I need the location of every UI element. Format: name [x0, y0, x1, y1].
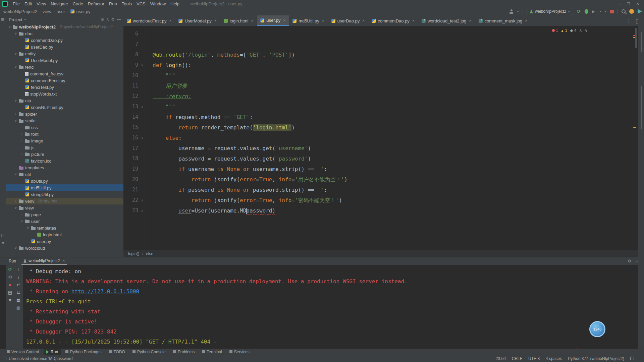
- lock-icon[interactable]: [630, 357, 634, 360]
- close-icon[interactable]: ×: [283, 18, 285, 23]
- tree-item[interactable]: stringUtil.py: [6, 191, 123, 198]
- console-icon[interactable]: ▤: [8, 290, 12, 295]
- code-line[interactable]: 18 password = request.values.get('passwo…: [123, 154, 638, 164]
- breadcrumb-item[interactable]: user.py: [76, 9, 91, 14]
- indent-style[interactable]: 4 spaces: [546, 356, 562, 361]
- tree-item[interactable]: ∨nlp: [6, 97, 123, 104]
- caret-position[interactable]: 23:50: [496, 356, 506, 361]
- code-line[interactable]: 8@ub.route('/login', methods=['GET', 'PO…: [123, 50, 638, 60]
- menu-refactor[interactable]: Refactor: [86, 1, 107, 6]
- tree-item[interactable]: ∨static: [6, 117, 123, 124]
- tree-item[interactable]: snowNLPTest.py: [6, 104, 123, 111]
- profiler-button[interactable]: ◔: [599, 9, 601, 14]
- run-tab[interactable]: weiboNlpProject2 ×: [21, 257, 67, 265]
- editor-breadcrumb-item[interactable]: login(): [128, 251, 139, 256]
- close-icon[interactable]: ×: [322, 18, 324, 23]
- editor-tab[interactable]: commentDao.py×: [368, 15, 418, 26]
- tree-item[interactable]: ∨templates: [6, 225, 123, 231]
- tree-item[interactable]: favicon.ico: [6, 158, 123, 164]
- tool-window-button-python-console[interactable]: Python Console: [130, 349, 168, 355]
- stop-button[interactable]: [610, 10, 614, 13]
- tree-item[interactable]: ›font: [6, 131, 123, 137]
- tree-item[interactable]: md5Util.py: [6, 184, 123, 191]
- user-icon[interactable]: [509, 9, 514, 14]
- tree-item[interactable]: ›image: [6, 137, 123, 144]
- tree-item[interactable]: commentDao.py: [6, 37, 123, 44]
- run-configuration-select[interactable]: weiboNlpProject2 ▾: [527, 8, 573, 15]
- up-stack-icon[interactable]: ↑: [17, 267, 20, 272]
- tree-item[interactable]: ›spider: [6, 111, 123, 117]
- editor-tab[interactable]: md5Util.py×: [289, 15, 328, 26]
- code-line[interactable]: 16∨ else:: [123, 133, 638, 143]
- code-line[interactable]: 14 if request.method == 'GET':: [123, 112, 638, 122]
- code-line[interactable]: 22∧ return jsonify(error=True, info='密码不…: [123, 195, 638, 205]
- editor-tab[interactable]: login.html×: [220, 15, 257, 26]
- structure-tool-icon[interactable]: ▢: [1, 233, 4, 237]
- hide-icon[interactable]: —: [117, 17, 121, 22]
- file-encoding[interactable]: UTF-8: [528, 356, 540, 361]
- close-icon[interactable]: ✕: [636, 2, 639, 6]
- right-tool-tab[interactable]: [641, 32, 642, 52]
- tree-item[interactable]: userDao.py: [6, 44, 123, 50]
- tree-item[interactable]: login.html: [6, 231, 123, 238]
- minimize-icon[interactable]: —: [617, 2, 621, 6]
- play-icon[interactable]: [638, 9, 642, 14]
- tree-item[interactable]: ›js: [6, 144, 123, 151]
- gear-icon[interactable]: ⚙: [111, 17, 115, 22]
- tool-window-button-terminal[interactable]: Terminal: [199, 349, 224, 355]
- chevron-down-icon[interactable]: ▾: [24, 18, 26, 21]
- editor-tab[interactable]: comment_mask.jpg×: [475, 15, 531, 26]
- next-issue-icon[interactable]: ∨: [585, 28, 588, 33]
- editor-tab[interactable]: wordcloud_test2.jpg×: [418, 15, 475, 26]
- menu-edit[interactable]: Edit: [22, 1, 34, 6]
- tool-window-button-problems[interactable]: Problems: [170, 349, 198, 355]
- menu-view[interactable]: View: [34, 1, 48, 6]
- tree-item[interactable]: ›page: [6, 211, 123, 218]
- tool-window-button-version-control[interactable]: Version Control: [4, 349, 42, 355]
- tool-window-button-services[interactable]: Services: [227, 349, 252, 355]
- plugin-icon[interactable]: [629, 9, 634, 14]
- project-tool-icon[interactable]: ▦: [1, 17, 4, 21]
- gear-icon[interactable]: ⚙: [628, 259, 631, 263]
- close-icon[interactable]: ×: [469, 18, 472, 23]
- more-icon[interactable]: ⋮: [626, 18, 632, 24]
- run-console-output[interactable]: * Debug mode: onWARNING: This is a devel…: [26, 266, 641, 349]
- code-line[interactable]: 15 return render_template('login.html'): [123, 122, 638, 133]
- menu-navigate[interactable]: Navigate: [48, 1, 70, 6]
- right-tool-tab[interactable]: [641, 86, 642, 129]
- tree-item[interactable]: ›venvlibrary root: [6, 198, 123, 204]
- menu-code[interactable]: Code: [70, 1, 86, 6]
- chevron-down-icon[interactable]: ▾: [517, 10, 519, 13]
- code-line[interactable]: 23∧ user=User(username,MDpassword): [123, 205, 638, 216]
- editor-tab[interactable]: UserModel.py×: [175, 15, 220, 26]
- down-stack-icon[interactable]: ↓: [17, 275, 20, 280]
- tree-item[interactable]: user.py: [6, 238, 123, 245]
- editor-tab[interactable]: user.py×: [257, 15, 289, 26]
- tree-item[interactable]: ∨view: [6, 204, 123, 211]
- tree-item[interactable]: ›css: [6, 124, 123, 131]
- tree-item[interactable]: ›picture: [6, 151, 123, 158]
- code-line[interactable]: 10 """: [123, 70, 638, 81]
- code-line[interactable]: 17 username = request.values.get('userna…: [123, 143, 638, 154]
- prev-issue-icon[interactable]: ∧: [579, 28, 582, 33]
- breadcrumb-item[interactable]: user: [57, 9, 65, 14]
- stop-icon[interactable]: ■: [9, 283, 11, 287]
- menu-window[interactable]: Window: [148, 1, 168, 6]
- tool-window-button-run[interactable]: Run: [44, 349, 61, 355]
- coverage-button[interactable]: ▶: [592, 9, 595, 14]
- code-line[interactable]: 11 用户登录: [123, 81, 638, 91]
- collapse-all-icon[interactable]: ⊼: [106, 17, 109, 22]
- editor-breadcrumb-item[interactable]: else: [146, 251, 153, 256]
- tree-item[interactable]: ∨dao: [6, 30, 123, 37]
- pin-icon[interactable]: ▼: [8, 298, 12, 303]
- menu-file[interactable]: File: [10, 1, 22, 6]
- tree-item[interactable]: templates: [6, 164, 123, 171]
- tree-item[interactable]: ∨weiboNlpProject2D:\pycharm\weiboNlpProj…: [6, 23, 123, 30]
- breadcrumb-item[interactable]: view: [43, 9, 51, 14]
- chevron-down-icon[interactable]: ▾: [605, 10, 606, 13]
- code-line[interactable]: 21 if password is None or password.strip…: [123, 185, 638, 195]
- python-interpreter[interactable]: Python 3.11 (weiboNlpProject2): [568, 356, 624, 361]
- bookmark-icon[interactable]: ⚑: [1, 241, 4, 245]
- tool-window-button-python-packages[interactable]: Python Packages: [63, 349, 104, 355]
- tree-item[interactable]: stopWords.txt: [6, 90, 123, 97]
